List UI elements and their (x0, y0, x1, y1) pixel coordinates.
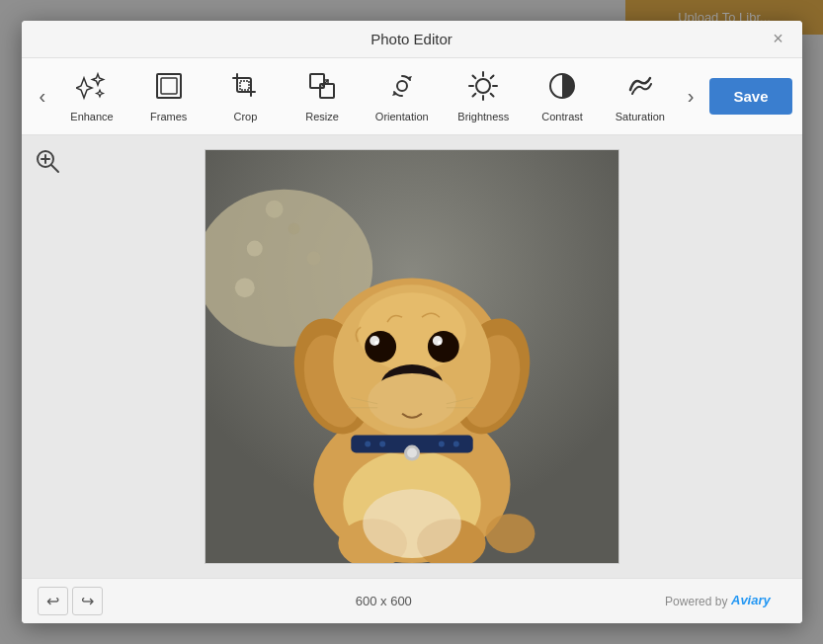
tool-crop[interactable]: Crop (213, 66, 277, 126)
modal-header: Photo Editor × (22, 21, 802, 58)
svg-point-26 (234, 278, 254, 297)
tool-enhance-label: Enhance (70, 111, 113, 122)
svg-point-46 (368, 373, 456, 429)
tool-enhance[interactable]: Enhance (60, 66, 123, 126)
svg-line-13 (491, 76, 494, 79)
redo-icon: ↪ (81, 593, 94, 609)
close-icon: × (773, 29, 783, 49)
svg-point-24 (246, 241, 262, 257)
footer-brand: Powered by Aviary (665, 591, 785, 611)
powered-by-label: Powered by (665, 595, 727, 608)
toolbar-next-button[interactable]: › (680, 81, 702, 112)
tool-crop-label: Crop (234, 111, 258, 122)
modal-title: Photo Editor (370, 31, 453, 47)
aviary-logo: Aviary (731, 591, 785, 611)
svg-point-41 (432, 336, 442, 346)
chevron-left-icon: ‹ (40, 85, 46, 108)
tool-items: Enhance Frames (53, 66, 680, 126)
contrast-icon (546, 70, 578, 107)
resize-icon (306, 70, 338, 107)
enhance-icon (76, 70, 108, 107)
modal-body (22, 135, 802, 578)
svg-point-38 (365, 331, 396, 362)
image-dimensions: 600 x 600 (356, 594, 412, 608)
footer-navigation: ↩ ↪ (38, 587, 103, 615)
modal-overlay: Photo Editor × ‹ (0, 0, 823, 644)
svg-point-42 (374, 341, 378, 345)
tool-contrast-label: Contrast (541, 111, 583, 122)
svg-point-39 (427, 331, 458, 362)
zoom-button[interactable] (34, 147, 61, 181)
svg-point-27 (306, 252, 320, 266)
tool-saturation-label: Saturation (616, 111, 665, 122)
svg-point-53 (453, 442, 458, 447)
zoom-icon (34, 155, 61, 180)
modal-footer: ↩ ↪ 600 x 600 Powered by Aviary (22, 578, 802, 623)
svg-text:Aviary: Aviary (731, 593, 772, 607)
tool-saturation[interactable]: Saturation (608, 66, 673, 126)
tool-brightness[interactable]: Brightness (450, 66, 517, 126)
save-label: Save (733, 88, 768, 105)
svg-point-25 (288, 223, 299, 235)
orientation-icon (386, 70, 418, 107)
redo-button[interactable]: ↪ (72, 587, 103, 615)
svg-point-52 (438, 442, 444, 447)
svg-rect-1 (161, 78, 177, 94)
undo-icon: ↩ (46, 593, 59, 609)
tool-orientation[interactable]: Orientation (368, 66, 437, 126)
svg-point-40 (370, 336, 379, 346)
frames-icon (153, 70, 185, 107)
svg-point-51 (379, 442, 385, 447)
save-button[interactable]: Save (709, 78, 791, 115)
svg-point-50 (365, 442, 370, 447)
svg-point-61 (485, 514, 535, 553)
svg-point-28 (265, 201, 283, 218)
tool-frames[interactable]: Frames (137, 66, 201, 126)
dog-photo (206, 150, 618, 563)
svg-line-12 (491, 94, 494, 97)
tool-resize[interactable]: Resize (290, 66, 354, 126)
tool-contrast[interactable]: Contrast (531, 66, 594, 126)
toolbar: ‹ Enhance (22, 58, 802, 135)
photo-editor-modal: Photo Editor × ‹ (22, 21, 802, 623)
tool-frames-label: Frames (150, 111, 187, 122)
tool-brightness-label: Brightness (457, 111, 509, 122)
photo-container (205, 149, 619, 564)
svg-point-49 (407, 448, 417, 458)
close-button[interactable]: × (767, 28, 790, 51)
tool-resize-label: Resize (305, 111, 339, 122)
chevron-right-icon: › (688, 85, 695, 108)
brightness-icon (467, 70, 499, 107)
svg-line-11 (473, 76, 476, 79)
svg-rect-2 (240, 81, 249, 90)
svg-point-60 (363, 489, 461, 558)
svg-line-17 (51, 165, 58, 172)
svg-point-6 (476, 79, 490, 93)
svg-line-14 (473, 94, 476, 97)
undo-button[interactable]: ↩ (38, 587, 68, 615)
svg-point-5 (397, 81, 407, 91)
toolbar-prev-button[interactable]: ‹ (32, 81, 54, 112)
crop-icon (229, 70, 261, 107)
tool-orientation-label: Orientation (375, 111, 429, 122)
saturation-icon (624, 70, 656, 107)
svg-point-43 (437, 341, 441, 345)
